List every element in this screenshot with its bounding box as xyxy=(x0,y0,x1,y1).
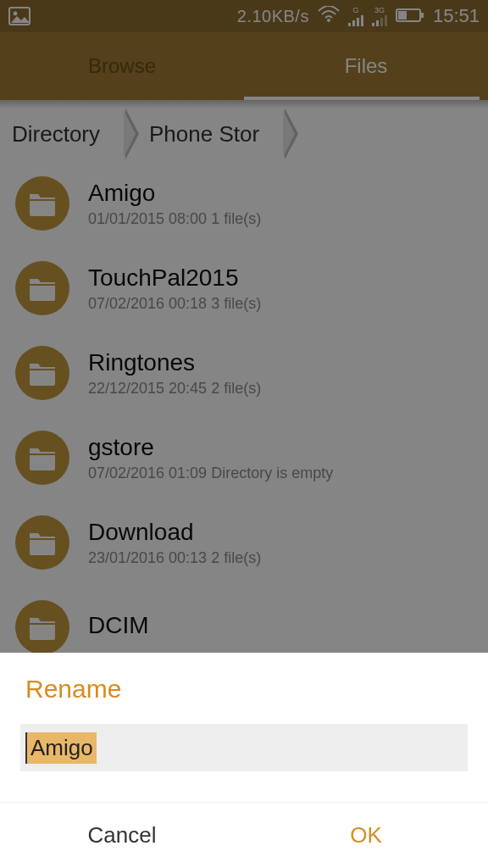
rename-input-container[interactable]: Amigo xyxy=(20,724,468,771)
dialog-title: Rename xyxy=(0,675,488,724)
ok-button[interactable]: OK xyxy=(244,803,488,868)
rename-input[interactable]: Amigo xyxy=(25,732,97,764)
cancel-button[interactable]: Cancel xyxy=(0,803,244,868)
rename-dialog: Rename Amigo Cancel OK xyxy=(0,653,488,868)
